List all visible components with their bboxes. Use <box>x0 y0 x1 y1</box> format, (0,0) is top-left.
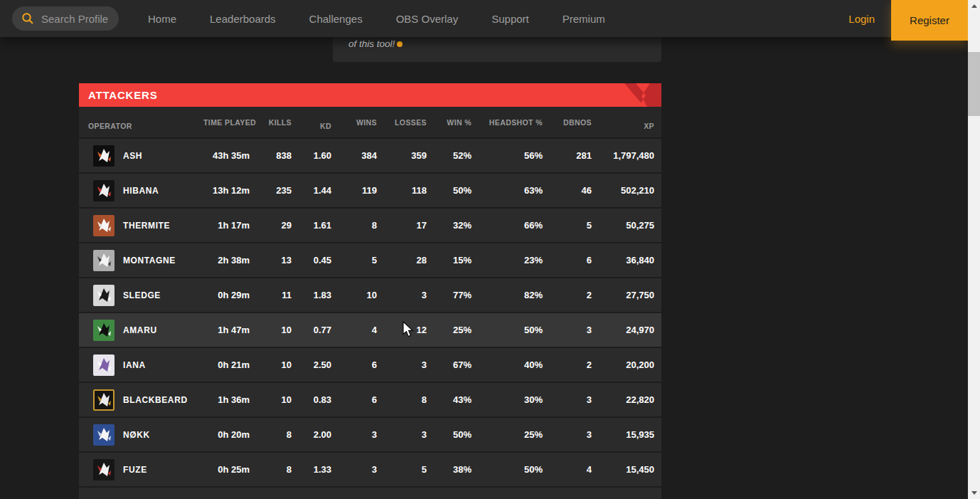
cell-xp: 1,797,480 <box>592 150 654 161</box>
operator-cell: BLACKBEARD <box>88 389 203 411</box>
operator-icon-nkk <box>93 424 114 446</box>
operator-cell: IANA <box>88 354 203 376</box>
cell-win-pct: 38% <box>427 464 472 475</box>
nav-item-challenges[interactable]: Challenges <box>309 13 363 25</box>
cell-kills: 10 <box>250 325 292 335</box>
cell-kills: 10 <box>250 394 292 405</box>
cell-xp: 15,935 <box>592 429 654 440</box>
operator-cell: HIBANA <box>88 180 203 201</box>
table-row[interactable]: FUZE 0h 25m 8 1.33 3 5 38% 50% 4 15,450 <box>79 453 661 486</box>
nav-item-premium[interactable]: Premium <box>563 13 605 25</box>
cell-kd: 1.83 <box>292 290 331 300</box>
operator-name: AMARU <box>123 325 157 335</box>
operator-icon-amaru <box>93 320 114 341</box>
cell-time-played: 1h 17m <box>203 220 250 231</box>
cell-wins: 3 <box>331 464 377 475</box>
table-row[interactable]: NØKK 0h 20m 8 2.00 3 3 50% 25% 3 15,935 <box>79 418 661 451</box>
operator-name: IANA <box>123 360 146 370</box>
cell-xp: 502,210 <box>592 185 654 196</box>
cell-wins: 6 <box>331 394 377 405</box>
cell-losses: 12 <box>377 325 427 335</box>
table-row[interactable]: BLACKBEARD 1h 36m 10 0.83 6 8 43% 30% 3 … <box>79 383 661 416</box>
search-input[interactable]: Search Profile <box>12 6 119 31</box>
cell-kd: 0.45 <box>292 255 331 266</box>
cell-win-pct: 43% <box>427 394 472 405</box>
cell-dbnos: 2 <box>543 359 592 370</box>
cell-losses: 3 <box>377 429 427 440</box>
operator-name: ASH <box>123 151 142 161</box>
cell-wins: 4 <box>331 325 377 335</box>
register-button[interactable]: Register <box>891 0 968 41</box>
table-row[interactable]: AMARU 1h 47m 10 0.77 4 12 25% 50% 3 24,9… <box>79 313 661 347</box>
cell-kills: 8 <box>250 464 292 475</box>
nav-item-support[interactable]: Support <box>491 13 529 25</box>
cell-headshot-pct: 25% <box>472 429 543 440</box>
cell-wins: 119 <box>331 185 377 196</box>
cell-losses: 3 <box>377 359 427 370</box>
cell-wins: 384 <box>331 150 377 161</box>
operator-name: SLEDGE <box>123 290 161 300</box>
column-header-losses[interactable]: LOSSES <box>377 118 427 127</box>
cell-losses: 8 <box>377 394 427 405</box>
column-header-kd[interactable]: KD <box>292 122 331 130</box>
column-header-kills[interactable]: KILLS <box>250 118 292 127</box>
cell-kd: 1.44 <box>292 185 331 196</box>
cell-time-played: 0h 21m <box>203 359 250 370</box>
panel-title: ATTACKERS <box>79 89 157 101</box>
table-row[interactable]: THERMITE 1h 17m 29 1.61 8 17 32% 66% 5 5… <box>79 209 661 242</box>
nav-item-leaderboards[interactable]: Leaderboards <box>210 13 276 25</box>
cell-wins: 3 <box>331 429 377 440</box>
cell-time-played: 13h 12m <box>203 185 250 196</box>
cell-kills: 8 <box>250 429 292 440</box>
column-header-win-pct[interactable]: WIN % <box>427 118 472 127</box>
cell-headshot-pct: 66% <box>472 220 543 231</box>
column-header-dbnos[interactable]: DBNOS <box>543 118 592 127</box>
column-header-xp[interactable]: XP <box>592 122 654 130</box>
operator-cell: MONTAGNE <box>88 250 203 271</box>
attackers-panel: ATTACKERS OPERATOR TIME PLAYED KILLS KD … <box>79 83 661 499</box>
table-row[interactable]: SLEDGE 0h 29m 11 1.83 10 3 77% 82% 2 27,… <box>79 278 661 312</box>
cell-xp: 20,200 <box>592 359 654 370</box>
notice-text: of this tool! <box>333 38 395 49</box>
nav-item-home[interactable]: Home <box>148 13 176 25</box>
cell-kills: 838 <box>250 150 292 161</box>
cell-losses: 359 <box>377 150 427 161</box>
cell-dbnos: 5 <box>543 220 592 231</box>
table-row[interactable]: HIBANA 13h 12m 235 1.44 119 118 50% 63% … <box>79 174 661 207</box>
scrollbar-down-button[interactable] <box>968 487 980 499</box>
login-link[interactable]: Login <box>848 13 875 25</box>
operator-name: NØKK <box>123 430 150 440</box>
table-row[interactable]: ASH 43h 35m 838 1.60 384 359 52% 56% 281… <box>79 139 661 172</box>
column-header-headshot-pct[interactable]: HEADSHOT % <box>472 118 543 127</box>
scrollbar[interactable] <box>968 0 980 499</box>
cell-win-pct: 50% <box>427 185 472 196</box>
cell-xp: 24,970 <box>592 325 654 335</box>
scrollbar-up-button[interactable] <box>968 0 980 12</box>
operator-icon-thermite <box>93 215 114 236</box>
banner-flash-icon <box>612 83 661 107</box>
cell-kills: 10 <box>250 359 292 370</box>
table-row[interactable]: MONTAGNE 2h 38m 13 0.45 5 28 15% 23% 6 3… <box>79 243 661 277</box>
cell-headshot-pct: 50% <box>472 325 543 335</box>
notice-card: of this tool! <box>333 37 661 62</box>
table-row[interactable]: IANA 0h 21m 10 2.50 6 3 67% 40% 2 20,200 <box>79 348 661 382</box>
operator-cell: FUZE <box>88 459 203 480</box>
cell-time-played: 0h 20m <box>203 429 250 440</box>
operator-cell: NØKK <box>88 424 203 446</box>
cell-dbnos: 6 <box>543 255 592 266</box>
column-header-time-played[interactable]: TIME PLAYED <box>203 118 250 127</box>
scrollbar-thumb[interactable] <box>968 52 980 116</box>
operator-icon-sledge <box>93 285 114 306</box>
cell-headshot-pct: 56% <box>472 150 543 161</box>
column-header-wins[interactable]: WINS <box>331 118 377 127</box>
cell-dbnos: 4 <box>543 464 592 475</box>
table-row[interactable] <box>79 488 661 499</box>
column-header-operator[interactable]: OPERATOR <box>88 122 203 130</box>
cell-headshot-pct: 50% <box>472 464 543 475</box>
nav-item-obs-overlay[interactable]: OBS Overlay <box>396 13 459 25</box>
cell-win-pct: 25% <box>427 325 472 335</box>
cell-win-pct: 50% <box>427 429 472 440</box>
operator-icon-fuze <box>93 459 114 480</box>
operator-icon-ash <box>93 145 114 167</box>
cell-dbnos: 3 <box>543 394 592 405</box>
